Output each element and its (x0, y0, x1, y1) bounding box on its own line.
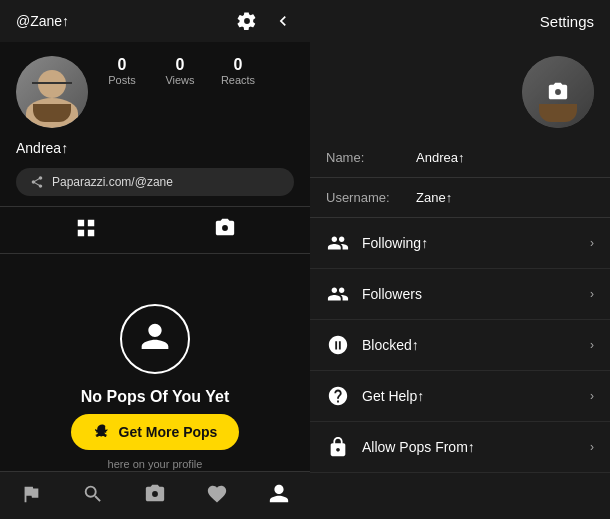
username-label: Username: (326, 190, 416, 205)
glasses-decoration (32, 82, 72, 92)
allow-pops-chevron-icon: › (590, 440, 594, 454)
username-label: @Zane↑ (16, 13, 69, 29)
share-icon (30, 175, 44, 189)
blocked-label: Blocked↑ (362, 337, 578, 353)
name-value[interactable]: Andrea↑ (416, 150, 464, 165)
get-help-label: Get Help↑ (362, 388, 578, 404)
back-icon[interactable] (272, 10, 294, 32)
get-more-label: Get More Pops (119, 424, 218, 440)
lock-icon (326, 435, 350, 459)
avatar[interactable] (16, 56, 88, 128)
top-bar-icons (236, 10, 294, 32)
username-value[interactable]: Zane↑ (416, 190, 452, 205)
flag-nav-icon[interactable] (20, 483, 42, 509)
followers-menu-item[interactable]: Followers › (310, 269, 610, 320)
stats-column: 0 Posts 0 Views 0 Reacts (102, 56, 258, 86)
right-panel: Settings Name: Andrea↑ Username: Zane↑ (310, 0, 610, 519)
username-field-row: Username: Zane↑ (310, 178, 610, 218)
name-field-row: Name: Andrea↑ (310, 138, 610, 178)
get-help-menu-item[interactable]: Get Help↑ › (310, 371, 610, 422)
no-pops-title: No Pops Of You Yet (81, 388, 229, 406)
posts-count: 0 (118, 56, 127, 74)
views-stat: 0 Views (160, 56, 200, 86)
profile-section: 0 Posts 0 Views 0 Reacts (0, 42, 310, 138)
help-chevron-icon: › (590, 389, 594, 403)
following-icon (326, 231, 350, 255)
right-profile-section (310, 42, 610, 138)
following-chevron-icon: › (590, 236, 594, 250)
allow-pops-label: Allow Pops From↑ (362, 439, 578, 455)
no-pops-subtitle: here on your profile (108, 458, 203, 470)
no-pops-icon (120, 304, 190, 374)
settings-title: Settings (540, 13, 594, 30)
camera-overlay-icon (547, 81, 569, 103)
followers-label: Followers (362, 286, 578, 302)
blocked-chevron-icon: › (590, 338, 594, 352)
followers-chevron-icon: › (590, 287, 594, 301)
views-label: Views (165, 74, 194, 86)
camera-nav-icon[interactable] (144, 483, 166, 509)
right-top-bar: Settings (310, 0, 610, 42)
divider-icon-bar (0, 206, 310, 254)
blocked-icon (326, 333, 350, 357)
get-more-pops-button[interactable]: Get More Pops (71, 414, 240, 450)
allow-pops-menu-item[interactable]: Allow Pops From↑ › (310, 422, 610, 473)
avatar-face (16, 56, 88, 128)
settings-icon[interactable] (236, 10, 258, 32)
snapchat-icon (93, 423, 111, 441)
following-menu-item[interactable]: Following↑ › (310, 218, 610, 269)
following-label: Following↑ (362, 235, 578, 251)
grid-view-icon[interactable] (75, 217, 97, 243)
profile-link-bar[interactable]: Paparazzi.com/@zane (16, 168, 294, 196)
search-nav-icon[interactable] (82, 483, 104, 509)
left-top-bar: @Zane↑ (0, 0, 310, 42)
help-icon (326, 384, 350, 408)
heart-nav-icon[interactable] (206, 483, 228, 509)
left-panel: @Zane↑ (0, 0, 310, 519)
person-nav-icon[interactable] (268, 483, 290, 509)
followers-icon (326, 282, 350, 306)
reacts-count: 0 (234, 56, 243, 74)
profile-name: Andrea↑ (0, 138, 310, 164)
views-count: 0 (176, 56, 185, 74)
name-label: Name: (326, 150, 416, 165)
beard-decoration (33, 104, 71, 122)
right-beard (539, 104, 577, 122)
bottom-nav (0, 471, 310, 519)
posts-stat: 0 Posts (102, 56, 142, 86)
camera-icon[interactable] (214, 217, 236, 243)
blocked-menu-item[interactable]: Blocked↑ › (310, 320, 610, 371)
posts-label: Posts (108, 74, 136, 86)
profile-link-text: Paparazzi.com/@zane (52, 175, 173, 189)
stats-row: 0 Posts 0 Views 0 Reacts (102, 56, 258, 86)
person-silhouette-icon (139, 321, 171, 357)
reacts-stat: 0 Reacts (218, 56, 258, 86)
reacts-label: Reacts (221, 74, 255, 86)
right-avatar[interactable] (522, 56, 594, 128)
